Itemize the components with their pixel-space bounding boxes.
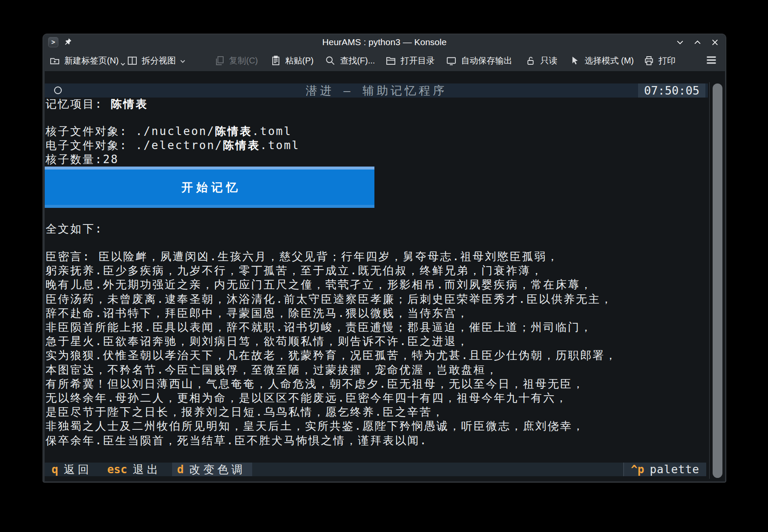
copy-icon [214,55,225,66]
toolbar-label: 拆分视图 [142,55,176,66]
tui-title: 潜进 – 辅助记忆程序 [45,83,708,98]
toolbar-paste-button[interactable]: 粘贴(P) [270,55,314,66]
chevron-up-icon [693,38,702,46]
terminal-text-line: 实为狼狈.伏惟圣朝以孝治天下，凡在故老，犹蒙矜育，况臣孤苦，特为尤甚.且臣少仕伪… [46,348,617,362]
chevron-down-icon [676,38,684,46]
lock-icon [525,55,536,66]
clock: 07:50:05 [638,83,705,98]
monitor-icon [446,55,457,66]
full-text-label: 全文如下: [46,221,103,236]
paste-icon [270,55,282,66]
terminal-text-line: 辞不赴命.诏书特下，拜臣郎中，寻蒙国恩，除臣洗马.猥以微贱，当侍东宫， [46,306,469,320]
footer-binding-exit[interactable]: esc 退出 [107,463,161,476]
toolbar-open-directory-button[interactable]: 打开目录 [385,55,434,66]
scrollbar-thumb[interactable] [713,83,722,478]
terminal-text-line: 急于星火.臣欲奉诏奔驰，则刘病日笃，欲苟顺私情，则告诉不许.臣之进退， [46,334,469,348]
footer-binding-palette[interactable]: ^p palette [623,463,706,476]
toolbar-label: 自动保存输出 [461,55,512,66]
toolbar-split-view-button[interactable]: 拆分视图 [127,55,186,66]
nucleon-count-line: 核子数量:28 [46,152,119,167]
toolbar: 新建标签页(N) 拆分视图 复制(C) 粘贴(P) [43,50,726,71]
toolbar-label: 查找(F)... [340,55,375,66]
window-title: HeurAMS : python3 — Konsole [43,34,726,50]
split-view-icon [127,55,138,66]
close-button[interactable] [711,38,719,46]
tui-header: 潜进 – 辅助记忆程序 07:50:05 [45,83,708,98]
terminal-text-line: 是臣尽节于陛下之日长，报养刘之日短.乌鸟私情，愿乞终养.臣之辛苦， [46,405,444,419]
key-label: 返回 [64,462,92,477]
tui-footer: q 返回 esc 退出 d 改变色调 ^p palette [45,463,706,476]
footer-binding-change-theme[interactable]: d 改变色调 [172,463,253,476]
terminal-text-line: 躬亲抚养.臣少多疾病，九岁不行，零丁孤苦，至于成立.既无伯叔，终鲜兄弟，门衰祚薄… [46,263,543,278]
terminal-text-line: 晚有儿息.外无期功强近之亲，内无应门五尺之僮，茕茕孑立，形影相吊.而刘夙婴疾病，… [46,277,593,292]
maximize-button[interactable] [693,38,702,46]
toolbar-label: 粘贴(P) [285,55,314,66]
hamburger-icon [705,55,717,65]
toolbar-print-button[interactable]: 打印 [643,55,676,66]
new-tab-icon [49,55,60,66]
toolbar-autosave-output-button[interactable]: 自动保存输出 [446,55,512,66]
title-bar: > HeurAMS : python3 — Konsole [43,34,726,50]
terminal-text-line: 保卒余年.臣生当陨首，死当结草.臣不胜犬马怖惧之情，谨拜表以闻. [46,433,428,448]
terminal-text-line: 臣侍汤药，未曾废离.逮奉圣朝，沐浴清化.前太守臣逵察臣孝廉；后刺史臣荣举臣秀才.… [46,292,613,306]
toolbar-label: 新建标签页(N) [64,55,119,66]
terminal-text-line: 无以终余年.母孙二人，更相为命，是以区区不能废远.臣密今年四十有四，祖母今年九十… [46,391,568,405]
scrollbar-track-separator [709,82,710,479]
key-label: 退出 [133,462,161,477]
nucleon-count-value: 28 [103,153,119,166]
toolbar-read-only-button[interactable]: 只读 [525,55,557,66]
key-hint: d [177,463,184,476]
toolbar-select-mode-button[interactable]: 选择模式 (M) [569,55,634,66]
terminal-text-line: 本图宦达，不矜名节.今臣亡国贱俘，至微至陋，过蒙拔擢，宠命优渥，岂敢盘桓， [46,362,498,377]
nucleon-file-line: 核子文件对象: ./nucleon/陈情表.toml [46,124,292,138]
search-icon [325,55,336,66]
konsole-window: > HeurAMS : python3 — Konsole 新建标签页(N) [43,34,726,483]
memory-item-line: 记忆项目: 陈情表 [46,97,148,111]
start-memorize-button[interactable]: 开始记忆 [45,167,374,208]
toolbar-copy-button[interactable]: 复制(C) [214,55,258,66]
electron-file-line: 电子文件对象: ./electron/陈情表.toml [46,138,300,152]
toolbar-label: 打印 [659,55,676,66]
key-hint: ^p [631,463,644,476]
toolbar-label: 选择模式 (M) [584,55,634,66]
key-hint: esc [107,463,127,476]
terminal-text-line: 臣密言: 臣以险衅，夙遭闵凶.生孩六月，慈父见背；行年四岁，舅夺母志.祖母刘愍臣… [46,249,559,264]
chevron-down-icon [180,56,186,66]
chevron-down-icon [120,58,126,68]
terminal-text-line: 非独蜀之人士及二州牧伯所见明知，皇天后土，实所共鉴.愿陛下矜悯愚诚，听臣微志，庶… [46,419,585,433]
terminal-text-line: 有所希冀！但以刘日薄西山，气息奄奄，人命危浅，朝不虑夕.臣无祖母，无以至今日，祖… [46,377,585,391]
menu-button[interactable] [705,55,717,67]
terminal-text-line: 非臣陨首所能上报.臣具以表闻，辞不就职.诏书切峻，责臣逋慢；郡县逼迫，催臣上道；… [46,320,593,334]
printer-icon [643,55,655,66]
key-label: palette [650,463,699,476]
toolbar-find-button[interactable]: 查找(F)... [325,55,375,66]
footer-binding-return[interactable]: q 返回 [52,463,92,476]
folder-icon [385,55,397,66]
start-memorize-label: 开始记忆 [178,180,241,195]
minimize-button[interactable] [676,38,684,46]
memory-item-value: 陈情表 [111,98,148,110]
key-label: 改变色调 [189,462,245,477]
toolbar-new-tab-button[interactable]: 新建标签页(N) [49,55,119,66]
terminal-view[interactable]: 潜进 – 辅助记忆程序 07:50:05 记忆项目: 陈情表 核子文件对象: .… [45,71,725,481]
toolbar-label: 打开目录 [400,55,434,66]
key-hint: q [52,463,58,476]
close-icon [711,38,719,46]
cursor-icon [569,55,581,66]
toolbar-label: 只读 [540,55,557,66]
toolbar-label: 复制(C) [229,55,258,66]
